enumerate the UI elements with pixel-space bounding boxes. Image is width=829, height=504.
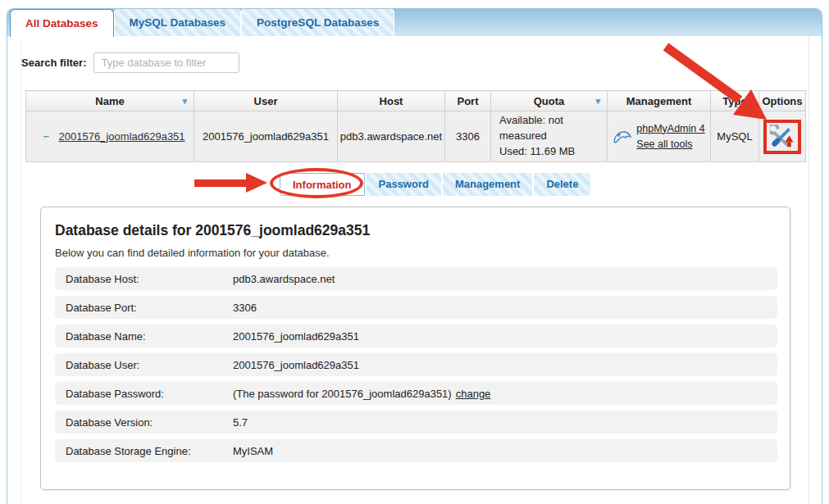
main-tab-bar: All Databases MySQL Databases PostgreSQL… xyxy=(7,9,822,36)
change-password-link[interactable]: change xyxy=(456,388,491,400)
tab-mysql-databases[interactable]: MySQL Databases xyxy=(114,9,242,36)
options-highlight-box xyxy=(763,120,801,154)
detail-value: MyISAM xyxy=(233,445,273,457)
database-name-cell: − 2001576_joomlad629a351 xyxy=(26,111,194,162)
column-header-management: Management xyxy=(608,91,711,111)
quota-available: Available: not measured xyxy=(499,113,607,144)
column-header-name[interactable]: Name ▾ xyxy=(26,91,194,111)
database-quota-cell: Available: not measured Used: 11.69 MB xyxy=(491,111,608,162)
see-all-tools-link[interactable]: See all tools xyxy=(636,137,692,152)
database-management-cell: phpMyAdmin 4 See all tools xyxy=(608,111,711,162)
databases-panel: All Databases MySQL Databases PostgreSQL… xyxy=(7,8,822,504)
database-port-cell: 3306 xyxy=(445,111,491,162)
details-subtitle: Below you can find detailed information … xyxy=(55,247,776,259)
detail-value: pdb3.awardspace.net xyxy=(233,273,335,285)
search-filter-label: Search filter: xyxy=(21,57,86,69)
detail-tab-bar: Information Password Management Delete xyxy=(280,173,590,196)
mysql-dolphin-icon xyxy=(613,129,632,145)
detail-value: 5.7 xyxy=(233,416,248,429)
search-input[interactable] xyxy=(93,52,239,73)
detail-label: Database Host: xyxy=(55,273,233,285)
table-header-row: Name ▾ User Host Port Quota ▾ Management… xyxy=(26,91,806,111)
details-title: Database details for 2001576_joomlad629a… xyxy=(55,222,776,239)
column-header-name-label: Name xyxy=(95,95,124,107)
column-header-type: Type xyxy=(711,91,759,111)
column-header-quota[interactable]: Quota ▾ xyxy=(491,91,608,111)
database-details-panel: Database details for 2001576_joomlad629a… xyxy=(40,207,790,490)
tab-all-databases[interactable]: All Databases xyxy=(10,9,114,37)
detail-value: 3306 xyxy=(233,302,257,314)
detail-label: Database Name: xyxy=(55,330,233,343)
detail-label: Database User: xyxy=(55,359,233,371)
detail-value: 2001576_joomlad629a351 xyxy=(233,330,359,343)
database-name-link[interactable]: 2001576_joomlad629a351 xyxy=(59,130,185,143)
search-filter-row: Search filter: xyxy=(21,52,239,73)
column-header-user: User xyxy=(194,91,338,111)
detail-label: Database Password: xyxy=(55,388,233,400)
database-options-cell xyxy=(759,111,806,162)
detail-row-name: Database Name: 2001576_joomlad629a351 xyxy=(55,325,777,347)
subtab-information[interactable]: Information xyxy=(280,173,365,196)
database-type-cell: MySQL xyxy=(711,111,759,162)
tab-postgresql-databases[interactable]: PostgreSQL Databases xyxy=(241,9,394,36)
subtab-management[interactable]: Management xyxy=(441,173,532,196)
column-header-options: Options xyxy=(759,91,806,111)
detail-row-version: Database Version: 5.7 xyxy=(55,411,777,434)
database-host-cell: pdb3.awardspace.net xyxy=(338,111,445,162)
detail-row-host: Database Host: pdb3.awardspace.net xyxy=(55,267,777,290)
detail-label: Database Version: xyxy=(55,416,233,429)
detail-row-user: Database User: 2001576_joomlad629a351 xyxy=(55,353,777,376)
sort-arrow-icon[interactable]: ▾ xyxy=(595,96,600,107)
sort-arrow-icon[interactable]: ▾ xyxy=(182,96,187,107)
detail-row-port: Database Port: 3306 xyxy=(55,296,777,319)
detail-label: Database Storage Engine: xyxy=(55,445,233,457)
detail-value: 2001576_joomlad629a351 xyxy=(233,359,359,371)
database-user-cell: 2001576_joomlad629a351 xyxy=(194,111,338,162)
collapse-row-toggle[interactable]: − xyxy=(43,130,49,143)
options-tools-icon[interactable] xyxy=(770,125,795,149)
column-header-host: Host xyxy=(338,91,445,111)
detail-label: Database Port: xyxy=(55,302,233,314)
detail-row-storage-engine: Database Storage Engine: MyISAM xyxy=(55,439,777,462)
column-header-quota-label: Quota xyxy=(534,95,565,107)
subtab-password[interactable]: Password xyxy=(365,173,441,196)
detail-row-password: Database Password: (The password for 200… xyxy=(55,382,777,405)
subtab-delete[interactable]: Delete xyxy=(532,173,590,196)
detail-value: (The password for 2001576_joomlad629a351… xyxy=(233,388,452,400)
phpmyadmin-link[interactable]: phpMyAdmin 4 xyxy=(636,121,704,137)
database-row: − 2001576_joomlad629a351 2001576_joomlad… xyxy=(26,111,806,162)
column-header-port: Port xyxy=(445,91,491,111)
quota-used: Used: 11.69 MB xyxy=(499,144,607,160)
databases-table: Name ▾ User Host Port Quota ▾ Management… xyxy=(25,90,806,162)
